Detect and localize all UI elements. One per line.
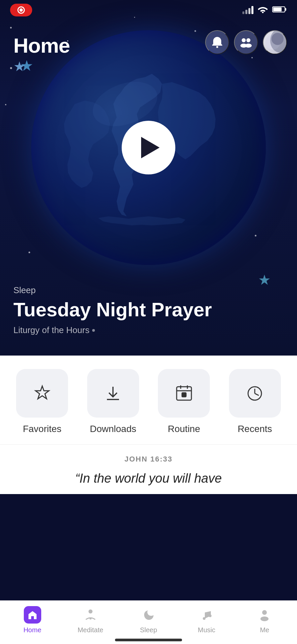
recording-badge xyxy=(10,4,32,16)
svg-point-25 xyxy=(203,617,205,620)
recents-button[interactable] xyxy=(229,369,281,418)
sleep-icon xyxy=(140,606,157,624)
recents-action[interactable]: Recents xyxy=(229,369,281,434)
nav-item-meditate[interactable]: Meditate xyxy=(74,606,107,634)
svg-point-26 xyxy=(209,614,212,617)
quick-actions-section: Favorites Downloads Routine xyxy=(0,356,297,444)
subtitle-dot xyxy=(92,329,95,332)
nav-label-home: Home xyxy=(23,626,41,634)
nav-item-me[interactable]: Me xyxy=(248,606,281,634)
group-button[interactable] xyxy=(234,30,258,54)
wifi-icon xyxy=(257,5,268,15)
recents-label: Recents xyxy=(238,424,272,434)
routine-action[interactable]: Routine xyxy=(158,369,210,434)
title-star-icon: ★ xyxy=(13,59,70,74)
battery-icon xyxy=(272,6,287,15)
star-icon xyxy=(32,383,52,404)
night-mode-button[interactable] xyxy=(263,30,287,54)
status-bar xyxy=(0,0,297,20)
status-bar-right xyxy=(242,5,287,15)
svg-point-24 xyxy=(90,618,92,620)
downloads-label: Downloads xyxy=(90,424,136,434)
quote-reference: JOHN 16:33 xyxy=(13,455,284,464)
hero-section: ★ ★ Home ★ xyxy=(0,0,297,356)
quote-section: JOHN 16:33 “In the world you will have xyxy=(0,444,297,494)
routine-label: Routine xyxy=(168,424,200,434)
favorites-action[interactable]: Favorites xyxy=(16,369,68,434)
favorites-label: Favorites xyxy=(23,424,61,434)
signal-bars-icon xyxy=(242,6,253,14)
home-icon xyxy=(24,606,41,624)
nav-item-home[interactable]: Home xyxy=(16,606,49,634)
home-indicator xyxy=(115,639,182,641)
svg-point-4 xyxy=(216,46,218,48)
header-icons xyxy=(205,30,287,54)
download-icon xyxy=(103,383,123,404)
svg-point-5 xyxy=(242,38,246,42)
svg-rect-19 xyxy=(182,393,186,397)
calendar-icon xyxy=(174,383,194,404)
content-title: Tuesday Night Prayer xyxy=(13,299,212,320)
me-icon xyxy=(256,606,273,624)
nav-label-meditate: Meditate xyxy=(77,626,103,634)
status-bar-left xyxy=(10,4,32,16)
play-icon xyxy=(141,137,160,158)
svg-point-6 xyxy=(246,38,250,42)
svg-rect-2 xyxy=(273,7,282,11)
nav-label-me: Me xyxy=(260,626,269,634)
nav-label-music: Music xyxy=(198,626,215,634)
svg-point-23 xyxy=(88,609,93,613)
recording-dot-icon xyxy=(17,6,25,14)
content-subtitle: Liturgy of the Hours xyxy=(13,325,212,335)
quote-text: “In the world you will have xyxy=(13,470,284,487)
home-title: Home ★ xyxy=(13,34,70,74)
clock-icon xyxy=(245,383,265,404)
content-info: Sleep Tuesday Night Prayer Liturgy of th… xyxy=(13,285,212,335)
downloads-action[interactable]: Downloads xyxy=(87,369,139,434)
svg-rect-3 xyxy=(285,8,286,11)
favorites-button[interactable] xyxy=(16,369,68,418)
svg-point-27 xyxy=(262,610,267,615)
page-title: Home xyxy=(13,34,70,57)
notifications-button[interactable] xyxy=(205,30,229,54)
nav-label-sleep: Sleep xyxy=(140,626,157,634)
meditate-icon xyxy=(82,606,99,624)
play-button[interactable] xyxy=(122,121,175,174)
content-category: Sleep xyxy=(13,285,212,296)
svg-point-8 xyxy=(245,44,252,48)
svg-marker-12 xyxy=(36,386,49,399)
music-icon xyxy=(198,606,215,624)
svg-line-22 xyxy=(255,393,259,395)
svg-point-0 xyxy=(262,12,264,13)
nav-item-sleep[interactable]: Sleep xyxy=(132,606,165,634)
nav-item-music[interactable]: Music xyxy=(190,606,223,634)
routine-button[interactable] xyxy=(158,369,210,418)
svg-point-28 xyxy=(260,616,269,621)
moon-icon xyxy=(263,30,287,54)
downloads-button[interactable] xyxy=(87,369,139,418)
bottom-nav: Home Meditate Sleep Mus xyxy=(0,600,297,644)
